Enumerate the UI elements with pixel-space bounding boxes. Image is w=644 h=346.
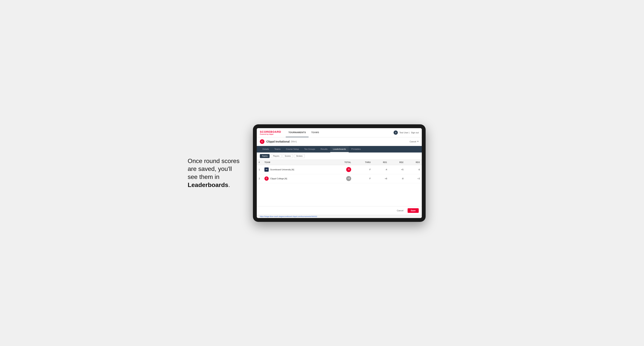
table-row: 1 SB Scoreboard University [A] -5 bbox=[257, 165, 422, 174]
rd1-2: +8 bbox=[373, 174, 389, 183]
user-name: Test User | bbox=[399, 131, 409, 134]
save-button[interactable]: Save bbox=[408, 208, 419, 213]
rank-1: 1 bbox=[257, 165, 262, 174]
team-name-2: Clippd College [A] bbox=[270, 177, 287, 180]
total-2: +3 bbox=[332, 174, 353, 183]
tab-tee-groups[interactable]: Tee Groups bbox=[302, 146, 318, 153]
rd3-2: +3 bbox=[406, 174, 422, 183]
logo-board: BOARD bbox=[270, 130, 281, 133]
total-1: -5 bbox=[332, 165, 353, 174]
tournament-title: Clippd Invitational bbox=[266, 140, 290, 143]
team-cell-1: SB Scoreboard University [A] bbox=[262, 165, 332, 174]
rd2-1: +5 bbox=[389, 165, 405, 174]
col-rd2: RD2 bbox=[389, 160, 405, 165]
rd3-1: -6 bbox=[406, 165, 422, 174]
filter-teams-button[interactable]: Teams bbox=[260, 154, 270, 158]
table-header-row: # TEAM TOTAL THRU RD1 RD2 RD3 bbox=[257, 160, 422, 165]
sign-out-link[interactable]: Sign out bbox=[411, 131, 419, 134]
powered-by: Powered by clippd bbox=[260, 133, 281, 135]
filter-row: Teams Players Scores Strokes bbox=[257, 153, 422, 160]
table-row: 2 C Clippd College [A] +3 bbox=[257, 174, 422, 183]
col-rank: # bbox=[257, 160, 262, 165]
logo-area: SCOREBOARD Powered by clippd bbox=[260, 130, 281, 135]
team-logo-c: C bbox=[264, 176, 269, 181]
tab-details[interactable]: Details bbox=[260, 146, 272, 153]
tournament-icon: C bbox=[260, 139, 264, 144]
rd2-2: -8 bbox=[389, 174, 405, 183]
team-cell-2: C Clippd College [A] bbox=[262, 174, 332, 183]
tournament-subtitle: (Men) bbox=[291, 140, 297, 143]
col-rd3: RD3 bbox=[406, 160, 422, 165]
nav-right: S Test User | Sign out bbox=[394, 131, 419, 135]
nav-link-teams[interactable]: TEAMS bbox=[308, 128, 322, 137]
tab-teams[interactable]: Teams bbox=[272, 146, 283, 153]
tab-results[interactable]: Results bbox=[318, 146, 330, 153]
status-url: https://stage-blue-coach.stagescoretboar… bbox=[260, 215, 317, 217]
tab-leaderboards[interactable]: Leaderboards bbox=[330, 146, 349, 153]
col-total: TOTAL bbox=[332, 160, 353, 165]
thru-2: F bbox=[353, 174, 373, 183]
col-rd1: RD1 bbox=[373, 160, 389, 165]
status-bar: https://stage-blue-coach.stagescoretboar… bbox=[257, 215, 422, 218]
nav-links: TOURNAMENTS TEAMS bbox=[286, 128, 322, 137]
app-logo: SCOREBOARD bbox=[260, 130, 281, 133]
col-thru: THRU bbox=[353, 160, 373, 165]
top-navigation: SCOREBOARD Powered by clippd TOURNAMENTS… bbox=[257, 128, 422, 137]
score-badge-gray: +3 bbox=[346, 176, 351, 181]
tab-course-setup[interactable]: Course Setup bbox=[283, 146, 302, 153]
filter-strokes-button[interactable]: Strokes bbox=[294, 154, 305, 158]
col-team: TEAM bbox=[262, 160, 332, 165]
team-name-1: Scoreboard University [A] bbox=[270, 169, 294, 171]
team-logo-sb: SB bbox=[264, 168, 269, 172]
tab-printables[interactable]: Printables bbox=[349, 146, 364, 153]
bottom-bar: Cancel Save bbox=[257, 206, 422, 215]
close-icon[interactable]: ✕ bbox=[417, 140, 419, 143]
sidebar-text-main: Once round scores are saved, you'll see … bbox=[188, 158, 240, 180]
content-area: # TEAM TOTAL THRU RD1 RD2 RD3 1 bbox=[257, 160, 422, 206]
leaderboard-table: # TEAM TOTAL THRU RD1 RD2 RD3 1 bbox=[257, 160, 422, 183]
sidebar-description: Once round scores are saved, you'll see … bbox=[188, 157, 242, 189]
nav-link-tournaments[interactable]: TOURNAMENTS bbox=[286, 128, 308, 137]
tournament-header: C Clippd Invitational (Men) Cancel ✕ bbox=[257, 137, 422, 146]
sub-tabs: Details Teams Course Setup Tee Groups Re… bbox=[257, 146, 422, 153]
cancel-x-button[interactable]: Cancel ✕ bbox=[410, 140, 419, 143]
tablet-screen: SCOREBOARD Powered by clippd TOURNAMENTS… bbox=[257, 128, 422, 218]
thru-1: F bbox=[353, 165, 373, 174]
filter-scores-button[interactable]: Scores bbox=[283, 154, 293, 158]
cancel-button[interactable]: Cancel bbox=[394, 208, 406, 213]
filter-players-button[interactable]: Players bbox=[271, 154, 281, 158]
score-badge-red: -5 bbox=[346, 167, 351, 172]
rank-2: 2 bbox=[257, 174, 262, 183]
rd1-1: -4 bbox=[373, 165, 389, 174]
user-avatar: S bbox=[394, 131, 398, 135]
tablet-frame: SCOREBOARD Powered by clippd TOURNAMENTS… bbox=[253, 124, 426, 222]
logo-score: SCORE bbox=[260, 130, 270, 133]
sidebar-text-bold: Leaderboards bbox=[188, 181, 228, 188]
